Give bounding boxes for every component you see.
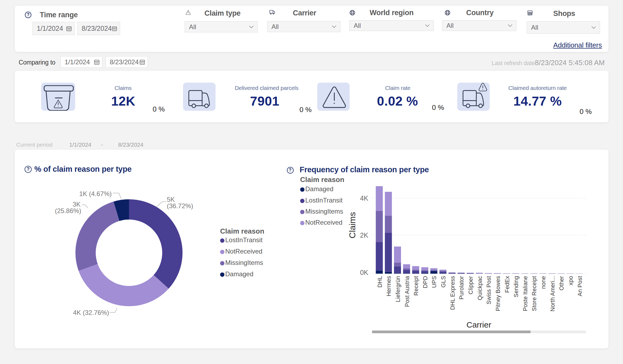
svg-text:Pitney Bowes: Pitney Bowes <box>495 276 501 311</box>
svg-text:Swiss Post: Swiss Post <box>486 276 492 304</box>
svg-text:Quickpac: Quickpac <box>477 276 483 300</box>
svg-text:FedEx: FedEx <box>504 276 511 293</box>
svg-text:Sending: Sending <box>513 276 519 297</box>
svg-text:Other: Other <box>558 276 565 291</box>
svg-text:GLS: GLS <box>440 276 447 288</box>
svg-text:Claims: Claims <box>347 212 357 238</box>
svg-text:Receipt: Receipt <box>413 276 419 296</box>
svg-text:DHL: DHL <box>377 276 383 288</box>
svg-text:xpo: xpo <box>568 276 574 285</box>
svg-text:Store Receipt: Store Receipt <box>531 276 538 311</box>
svg-text:Post Austria: Post Austria <box>404 276 410 307</box>
svg-text:DPD: DPD <box>422 276 429 288</box>
svg-text:DHL Express: DHL Express <box>449 276 456 310</box>
svg-text:Liefergrün: Liefergrün <box>395 276 401 302</box>
svg-text:An Post: An Post <box>577 276 583 296</box>
svg-text:Purolator: Purolator <box>458 276 465 299</box>
svg-text:Poste Italiane: Poste Italiane <box>522 276 529 311</box>
svg-text:UPS: UPS <box>431 276 438 288</box>
svg-text:Hermes: Hermes <box>386 276 392 296</box>
svg-text:Clipper: Clipper <box>468 276 474 294</box>
svg-text:none: none <box>540 276 547 289</box>
svg-text:North Ameri...: North Ameri... <box>549 276 556 311</box>
